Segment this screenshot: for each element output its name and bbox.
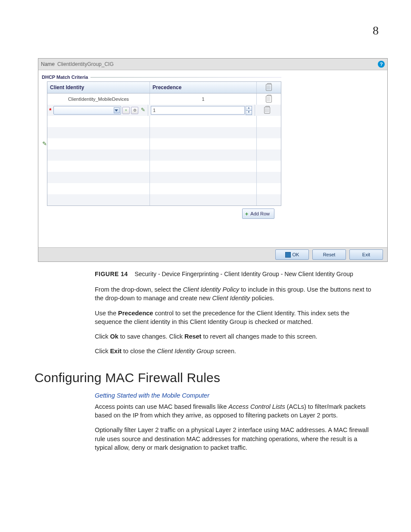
paragraph: From the drop-down, select the Client Id… — [95, 285, 375, 303]
manage-policy-icon[interactable]: ⚙ — [131, 107, 138, 114]
exit-button[interactable]: Exit — [349, 249, 383, 260]
grid-header-row: Client Identity Precedence — [47, 82, 281, 93]
panel-body: DHCP Match Criteria ✎ Client Identity Pr… — [38, 70, 387, 247]
text-bold: Ok — [110, 333, 118, 340]
text-italic: Client Identity — [212, 295, 250, 302]
text-bold: Exit — [110, 348, 121, 355]
trash-icon — [266, 84, 272, 91]
table-row — [47, 116, 281, 127]
text: Click — [95, 348, 110, 355]
text-bold: Precedence — [118, 310, 153, 317]
trash-icon — [266, 96, 272, 103]
figure-caption: FIGURE 14 Security - Device Fingerprinti… — [95, 271, 385, 277]
text-italic: Client Identity Policy — [183, 286, 240, 293]
body-text: From the drop-down, select the Client Id… — [95, 285, 375, 356]
figure-lead: FIGURE 14 — [95, 271, 128, 277]
text: to save changes. Click — [118, 333, 184, 340]
edit-rail: ✎ — [42, 81, 47, 206]
ok-label: OK — [293, 252, 299, 257]
text-bold: Reset — [184, 333, 202, 340]
table-row — [47, 194, 281, 205]
figure-text: Security - Device Fingerprinting - Clien… — [134, 271, 353, 277]
add-policy-icon[interactable]: + — [122, 107, 130, 114]
fieldset-title-text: DHCP Match Criteria — [42, 75, 88, 80]
exit-label: Exit — [362, 252, 370, 257]
help-icon[interactable]: ? — [378, 61, 385, 68]
paragraph: Optionally filter Layer 2 traffic on a p… — [95, 426, 375, 452]
table-row — [47, 183, 281, 194]
table-row — [47, 127, 281, 138]
fieldset-legend: DHCP Match Criteria — [42, 75, 281, 80]
page-number: 8 — [373, 24, 379, 37]
fieldset-rule — [90, 77, 281, 78]
reset-label: Reset — [323, 252, 336, 257]
text-italic: Client Identity Group — [157, 348, 214, 355]
text-italic: Access Control Lists — [228, 403, 285, 410]
trash-icon — [264, 107, 270, 114]
spin-down-icon[interactable]: ▼ — [246, 110, 252, 115]
cell-client-identity: ClientIdentity_MobileDevices — [47, 93, 150, 105]
paragraph: Access points can use MAC based firewall… — [95, 402, 375, 420]
cell-delete[interactable] — [257, 93, 281, 105]
required-asterisk: * — [49, 107, 51, 114]
add-row-label: Add Row — [250, 211, 270, 216]
table-row — [47, 161, 281, 172]
grid-body: ClientIdentity_MobileDevices 1 * — [47, 93, 281, 205]
table-row — [47, 149, 281, 161]
paragraph: Click Ok to save changes. Click Reset to… — [95, 332, 375, 341]
section-heading: Configuring MAC Firewall Rules — [34, 370, 385, 385]
match-grid: Client Identity Precedence ClientIdentit… — [47, 81, 281, 206]
precedence-input[interactable]: 1 — [151, 106, 245, 115]
paragraph: Use the Precedence control to set the pr… — [95, 309, 375, 327]
edit-policy-icon[interactable]: ✎ — [140, 107, 146, 113]
table-row — [47, 138, 281, 149]
name-label: Name — [41, 61, 55, 67]
panel-footer: OK Reset Exit — [38, 247, 387, 261]
text: From the drop-down, select the — [95, 286, 183, 293]
config-panel: Name ClientIdentityGroup_CIG ? DHCP Matc… — [38, 58, 388, 262]
text: Use the — [95, 310, 118, 317]
plus-icon: + — [245, 211, 249, 217]
precedence-spinner[interactable]: ▲ ▼ — [246, 106, 252, 115]
text: to close the — [121, 348, 157, 355]
text: screen. — [214, 348, 236, 355]
body-text: Access points can use MAC based firewall… — [95, 402, 375, 452]
text: policies. — [250, 295, 274, 302]
paragraph: Click Exit to close the Client Identity … — [95, 347, 375, 355]
name-value: ClientIdentityGroup_CIG — [57, 61, 114, 67]
cell-delete[interactable] — [255, 105, 279, 116]
text: to revert all changes made to this scree… — [201, 333, 317, 340]
table-row — [47, 172, 281, 183]
cross-ref-link[interactable]: Getting Started with the Mobile Computer — [95, 392, 385, 399]
panel-header: Name ClientIdentityGroup_CIG ? — [38, 59, 387, 70]
cell-precedence: 1 — [150, 93, 257, 105]
col-precedence[interactable]: Precedence — [150, 82, 257, 93]
col-delete-header[interactable] — [257, 82, 281, 93]
col-client-identity[interactable]: Client Identity — [47, 82, 150, 93]
add-row-button[interactable]: + Add Row — [242, 208, 274, 219]
disk-icon — [285, 252, 291, 258]
pencil-icon[interactable]: ✎ — [42, 140, 47, 147]
text: Access points can use MAC based firewall… — [95, 403, 228, 410]
table-edit-row[interactable]: * + ⚙ ✎ 1 — [47, 105, 281, 116]
spin-up-icon[interactable]: ▲ — [246, 106, 252, 110]
client-identity-combo[interactable] — [53, 106, 121, 115]
reset-button[interactable]: Reset — [312, 249, 346, 260]
ok-button[interactable]: OK — [275, 249, 309, 260]
table-row[interactable]: ClientIdentity_MobileDevices 1 — [47, 93, 281, 105]
text: Click — [95, 333, 110, 340]
